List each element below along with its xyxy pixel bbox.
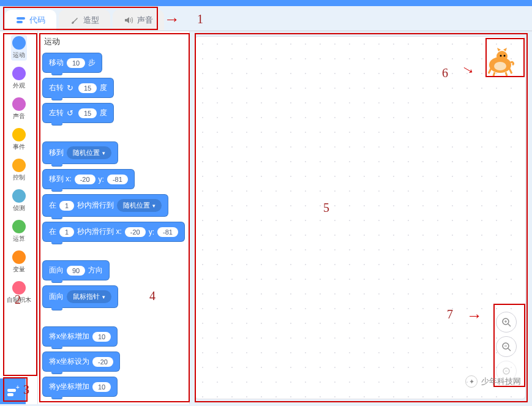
point-dropdown[interactable]: 鼠标指针 bbox=[67, 290, 111, 303]
block-glide-xy[interactable]: 在1秒内滑行到 x:-20y:-81 bbox=[43, 222, 184, 241]
degrees-input[interactable]: 15 bbox=[78, 108, 97, 118]
category-color-icon bbox=[12, 159, 26, 172]
category-color-icon bbox=[12, 220, 26, 233]
watermark-text: 少年科技网 bbox=[481, 376, 521, 387]
category-声音[interactable]: 声音 bbox=[11, 96, 27, 122]
category-运算[interactable]: 运算 bbox=[11, 219, 27, 244]
block-turn-right[interactable]: 右转↻15度 bbox=[43, 78, 113, 97]
block-move-steps[interactable]: 移动10步 bbox=[43, 53, 102, 72]
tabs-bar: 代码 造型 声音 bbox=[0, 6, 532, 31]
arrow-icon: → bbox=[466, 306, 482, 325]
x-input[interactable]: -20 bbox=[125, 227, 146, 237]
category-运动[interactable]: 运动 bbox=[11, 35, 27, 61]
category-label: 事件 bbox=[13, 143, 25, 151]
tab-code[interactable]: 代码 bbox=[5, 10, 56, 31]
block-goto-xy[interactable]: 移到 x:-20y:-81 bbox=[43, 170, 134, 189]
block-goto-menu[interactable]: 移到随机位置 bbox=[43, 142, 118, 164]
tab-label: 代码 bbox=[29, 15, 45, 26]
category-label: 运动 bbox=[13, 51, 25, 59]
svg-point-6 bbox=[496, 51, 508, 62]
category-color-icon bbox=[12, 250, 26, 264]
steps-input[interactable]: 10 bbox=[67, 58, 85, 68]
scripts-workspace[interactable] bbox=[195, 36, 526, 399]
category-事件[interactable]: 事件 bbox=[11, 127, 27, 152]
block-point-towards[interactable]: 面向鼠标指针 bbox=[43, 286, 118, 307]
x-input[interactable]: -20 bbox=[75, 175, 96, 184]
block-glide-menu[interactable]: 在1秒内滑行到随机位置 bbox=[43, 195, 168, 216]
glide-dropdown[interactable]: 随机位置 bbox=[117, 199, 162, 212]
category-color-icon bbox=[12, 67, 26, 80]
x-input[interactable]: -20 bbox=[92, 357, 113, 367]
svg-point-9 bbox=[494, 62, 506, 70]
block-set-x[interactable]: 将x坐标设为-20 bbox=[43, 352, 119, 371]
goto-dropdown[interactable]: 随机位置 bbox=[67, 146, 111, 159]
category-label: 控制 bbox=[13, 173, 25, 182]
turn-right-icon: ↻ bbox=[67, 83, 75, 92]
secs-input[interactable]: 1 bbox=[59, 201, 74, 211]
annotation-number: 3 bbox=[23, 383, 29, 397]
y-input[interactable]: -81 bbox=[107, 175, 128, 184]
category-label: 外观 bbox=[13, 81, 25, 90]
y-input[interactable]: -81 bbox=[157, 227, 178, 237]
tab-label: 声音 bbox=[137, 15, 153, 26]
block-change-y[interactable]: 将y坐标增加10 bbox=[43, 377, 117, 396]
add-extension-button[interactable]: + bbox=[0, 378, 26, 404]
category-label: 声音 bbox=[13, 112, 25, 121]
sound-icon bbox=[124, 15, 133, 25]
palette-title: 运动 bbox=[43, 36, 189, 47]
svg-rect-0 bbox=[17, 17, 25, 20]
block-palette: 运动 移动10步 右转↻15度 左转↺15度 移到随机位置 移到 x:-20y:… bbox=[38, 31, 190, 404]
tab-sounds[interactable]: 声音 bbox=[113, 10, 164, 31]
dx-input[interactable]: 10 bbox=[92, 332, 111, 342]
svg-line-15 bbox=[508, 348, 511, 351]
annotation-number: 1 bbox=[197, 12, 203, 26]
arrow-icon: → bbox=[164, 10, 180, 29]
watermark: ✦ 少年科技网 bbox=[465, 375, 521, 388]
secs-input[interactable]: 1 bbox=[59, 227, 74, 237]
svg-rect-1 bbox=[17, 21, 23, 23]
tab-costumes[interactable]: 造型 bbox=[59, 10, 110, 31]
block-turn-left[interactable]: 左转↺15度 bbox=[43, 103, 113, 122]
dy-input[interactable]: 10 bbox=[92, 382, 111, 392]
annotation-number: 5 bbox=[323, 201, 329, 215]
category-外观[interactable]: 外观 bbox=[11, 66, 27, 91]
sprite-thumbnail[interactable] bbox=[484, 45, 517, 78]
wechat-icon: ✦ bbox=[465, 375, 478, 388]
direction-input[interactable]: 90 bbox=[67, 266, 85, 276]
zoom-controls bbox=[496, 312, 517, 382]
svg-point-7 bbox=[500, 55, 502, 57]
category-label: 侦测 bbox=[13, 204, 25, 212]
code-icon bbox=[16, 15, 26, 25]
annotation-number: 2 bbox=[15, 293, 21, 307]
category-变量[interactable]: 变量 bbox=[11, 249, 27, 275]
category-color-icon bbox=[12, 36, 26, 50]
svg-rect-3 bbox=[7, 393, 13, 396]
category-color-icon bbox=[12, 189, 26, 203]
category-侦测[interactable]: 侦测 bbox=[11, 188, 27, 214]
svg-point-8 bbox=[504, 55, 506, 57]
degrees-input[interactable]: 15 bbox=[78, 83, 97, 93]
category-label: 变量 bbox=[13, 265, 25, 274]
brush-icon bbox=[70, 15, 80, 25]
svg-text:+: + bbox=[16, 385, 20, 391]
category-color-icon bbox=[12, 97, 26, 111]
tab-label: 造型 bbox=[83, 15, 99, 26]
category-color-icon bbox=[12, 128, 26, 141]
block-change-x[interactable]: 将x坐标增加10 bbox=[43, 327, 117, 346]
svg-line-11 bbox=[508, 324, 511, 326]
turn-left-icon: ↺ bbox=[67, 108, 75, 118]
category-控制[interactable]: 控制 bbox=[11, 157, 27, 183]
annotation-number: 6 bbox=[442, 66, 448, 80]
block-point-direction[interactable]: 面向90方向 bbox=[43, 261, 109, 280]
category-label: 运算 bbox=[13, 235, 25, 243]
zoom-in-button[interactable] bbox=[496, 312, 517, 333]
zoom-out-button[interactable] bbox=[496, 336, 517, 357]
annotation-number: 7 bbox=[447, 307, 453, 321]
svg-rect-2 bbox=[7, 389, 16, 392]
category-column: 运动外观声音事件控制侦测运算变量自制积木 + bbox=[0, 31, 38, 404]
annotation-number: 4 bbox=[149, 289, 155, 303]
